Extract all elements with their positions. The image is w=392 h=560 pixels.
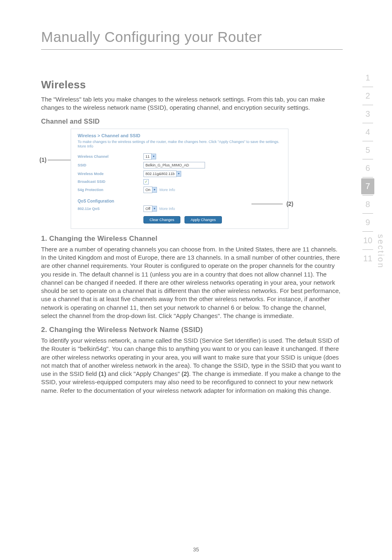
callout-line-1 — [48, 160, 71, 160]
ref-2: (2) — [182, 370, 189, 377]
chevron-down-icon[interactable]: ▾ — [151, 154, 156, 159]
section-tab-4[interactable]: 4 — [361, 124, 374, 140]
tab-separator — [362, 105, 373, 105]
qos-heading: QoS Configuration — [78, 199, 281, 203]
chevron-down-icon[interactable]: ▾ — [176, 171, 181, 177]
section-tab-10[interactable]: 10 — [361, 233, 374, 249]
section-2-heading: 2. Changing the Wireless Network Name (S… — [41, 326, 343, 334]
broadcast-ssid-checkbox[interactable]: ✓ — [143, 179, 149, 184]
section-tab-1[interactable]: 1 — [361, 70, 374, 86]
tab-separator — [362, 195, 373, 196]
section-tab-2[interactable]: 2 — [361, 88, 374, 104]
section-tab-8[interactable]: 8 — [361, 196, 374, 212]
protection-label: 54g Protection — [78, 188, 143, 192]
callout-line-2 — [251, 204, 283, 204]
apply-changes-button[interactable]: Apply Changes — [184, 216, 222, 224]
ref-1: (1) — [99, 370, 106, 377]
page-title: Manually Configuring your Router — [41, 29, 343, 50]
callout-2: (2) — [286, 200, 293, 207]
panel-subtitle: To make changes to the wireless settings… — [78, 140, 281, 149]
wireless-heading: Wireless — [41, 78, 343, 91]
section-tab-11[interactable]: 11 — [361, 251, 374, 267]
wireless-mode-select[interactable]: 802.11g&802.11b — [143, 171, 177, 177]
more-info-link[interactable]: More Info — [159, 188, 175, 192]
tab-separator — [362, 231, 373, 232]
wireless-intro: The "Wireless" tab lets you make changes… — [41, 95, 343, 112]
section-vertical-label: section — [376, 234, 385, 269]
screenshot-panel: Wireless > Channel and SSID To make chan… — [71, 129, 288, 229]
section-tab-5[interactable]: 5 — [361, 142, 374, 158]
wireless-channel-label: Wireless Channel — [78, 154, 143, 159]
qos-select[interactable]: Off — [143, 205, 152, 212]
tab-separator — [362, 213, 373, 214]
tab-separator — [362, 141, 373, 141]
ssid-input[interactable]: Belkin_G_Plus_MIMO_AD — [143, 162, 205, 168]
clear-changes-button[interactable]: Clear Changes — [143, 216, 180, 224]
wireless-channel-select[interactable]: 11 — [143, 153, 152, 160]
callout-1: (1) — [39, 157, 46, 163]
section-2-body: To identify your wireless network, a nam… — [41, 336, 343, 395]
broadcast-ssid-label: Broadcast SSID — [78, 180, 143, 184]
tab-separator — [362, 87, 373, 87]
section-tab-3[interactable]: 3 — [361, 106, 374, 122]
section-tab-7[interactable]: 7 — [361, 178, 374, 194]
section-tab-9[interactable]: 9 — [361, 214, 374, 230]
tab-separator — [362, 123, 373, 123]
section-tabs: 1234567891011 — [361, 70, 375, 267]
more-info-link[interactable]: More Info — [159, 207, 175, 211]
tab-separator — [362, 159, 373, 159]
panel-breadcrumb: Wireless > Channel and SSID — [78, 133, 281, 138]
qos-label: 802.11e QoS — [78, 207, 143, 211]
chevron-down-icon[interactable]: ▾ — [152, 206, 157, 212]
figure-channel-ssid: (1) (2) Wireless > Channel and SSID To m… — [41, 129, 343, 229]
wireless-mode-label: Wireless Mode — [78, 172, 143, 176]
protection-select[interactable]: On — [143, 187, 152, 193]
section-tab-6[interactable]: 6 — [361, 160, 374, 176]
channel-ssid-heading: Channel and SSID — [41, 118, 343, 125]
page-number: 35 — [193, 546, 199, 553]
tab-separator — [362, 249, 373, 250]
tab-separator — [362, 177, 373, 177]
ssid-label: SSID — [78, 163, 143, 167]
section-1-body: There are a number of operating channels… — [41, 245, 343, 320]
chevron-down-icon[interactable]: ▾ — [152, 187, 157, 193]
section-1-heading: 1. Changing the Wireless Channel — [41, 235, 343, 243]
